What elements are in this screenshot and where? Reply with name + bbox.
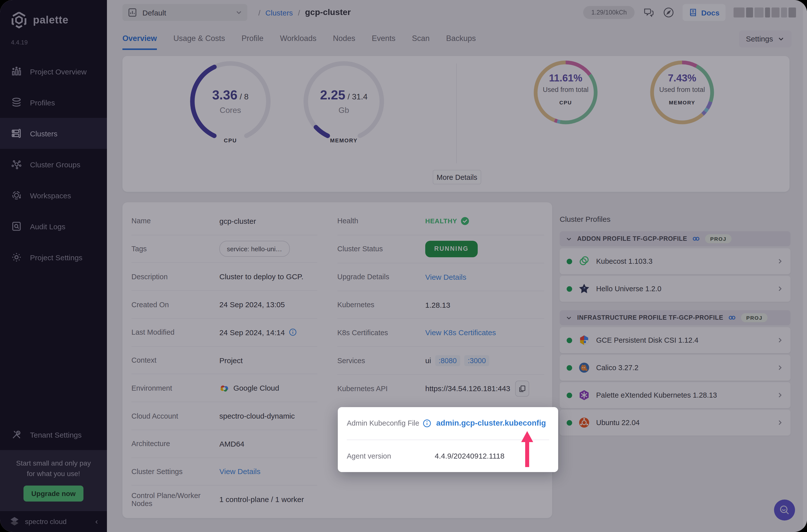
field-label: Admin Kubeconfig File (347, 419, 426, 428)
app-window: palette 4.4.19 Project Overview Profiles… (0, 0, 807, 532)
detail-row-admin-kubeconfig: Admin Kubeconfig File admin.gcp-cluster.… (347, 407, 549, 440)
field-value: 4.4.9/20240912.1118 (435, 452, 504, 460)
kubeconfig-spotlight-card: Admin Kubeconfig File admin.gcp-cluster.… (338, 407, 558, 472)
screen: palette 4.4.19 Project Overview Profiles… (0, 0, 807, 532)
admin-kubeconfig-download-link[interactable]: admin.gcp-cluster.kubeconfig (436, 419, 546, 428)
field-label: Agent version (347, 452, 426, 460)
detail-row-agent-version: Agent version 4.4.9/20240912.1118 (347, 440, 549, 472)
pink-arrow-annotation (521, 431, 533, 467)
info-icon[interactable] (423, 419, 431, 428)
